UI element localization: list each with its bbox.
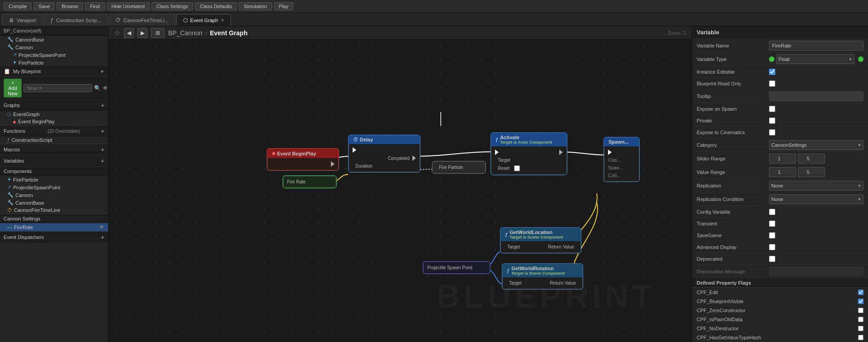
cannon-settings-header[interactable]: Cannon Settings (0, 214, 108, 223)
tree-item-construction-script[interactable]: ƒ ConstructionScript (0, 136, 108, 144)
tree-item-eventgraph[interactable]: ⬡ EventGraph (0, 111, 108, 118)
reset-checkbox[interactable] (514, 165, 520, 171)
blueprint-canvas[interactable]: BLUEPRINT (108, 40, 692, 342)
search-button[interactable]: 🔍 (94, 85, 101, 91)
savegame-row: SaveGame (692, 230, 868, 241)
tree-item-cannonbase-comp[interactable]: 🔧 CannonBase (0, 199, 108, 206)
eye-button[interactable]: 👁 (103, 85, 108, 91)
macros-add-button[interactable]: + (101, 146, 104, 153)
cpf-edit-checkbox[interactable] (858, 290, 863, 295)
macros-section-header[interactable]: Macros + (0, 144, 108, 155)
tab-close-icon[interactable]: ✕ (221, 18, 224, 23)
transient-row: Transient (692, 218, 868, 230)
graphs-section-header[interactable]: Graphs + (0, 100, 108, 111)
blueprint-read-only-checkbox[interactable] (769, 80, 775, 87)
tree-item-cannon-comp[interactable]: 🔧 Cannon (0, 191, 108, 199)
activate-reset-pin: Reset (491, 164, 566, 173)
expose-cinematics-checkbox[interactable] (769, 129, 775, 136)
cpf-zero-constructor-checkbox[interactable] (858, 308, 863, 313)
float-color-dot (769, 56, 774, 62)
get-world-rotation-node[interactable]: ƒ GetWorldRotation Target is Scene Compo… (502, 263, 583, 290)
add-new-button[interactable]: + Add New (4, 79, 22, 98)
cpf-is-plain-old-data-checkbox[interactable] (858, 317, 863, 322)
transient-checkbox[interactable] (769, 220, 775, 227)
tree-item-event-begin-play[interactable]: ◆ Event BeginPlay (0, 118, 108, 125)
cpf-blueprint-visible-checkbox[interactable] (858, 299, 863, 304)
tree-item-projectile-spawn[interactable]: ↗ ProjectileSpawnPoint (0, 51, 108, 59)
cpf-no-destructor-checkbox[interactable] (858, 326, 863, 331)
tab-cannon-fire-timeline[interactable]: ⏱ CannonFireTimeLi... (108, 14, 175, 26)
savegame-checkbox[interactable] (769, 232, 775, 239)
back-button[interactable]: ◀ (124, 28, 134, 38)
tab-event-graph[interactable]: ⬡ Event Graph ✕ (176, 14, 231, 26)
event-dispatchers-header[interactable]: Event Dispatchers + (0, 232, 108, 243)
advanced-display-checkbox[interactable] (769, 244, 775, 250)
get-world-location-node[interactable]: ƒ GetWorldLocation Target is Scene Compo… (500, 227, 581, 253)
slider-range-min[interactable] (769, 154, 796, 164)
gwr-return-label: Return Value (550, 281, 576, 286)
functions-section-header[interactable]: Functions (20 Overridable) + (0, 126, 108, 136)
tree-item-projectile-spawn-comp[interactable]: ↗ ProjectileSpawnPoint (0, 183, 108, 191)
psp-label: Projectile Spawn Point (427, 265, 472, 270)
center-canvas[interactable]: ☆ ◀ ▶ ⊞ BP_Cannon › Event Graph Zoom -2 … (108, 26, 692, 342)
replication-condition-select[interactable]: None InitialOnly OwnerOnly (769, 194, 863, 204)
instance-editable-checkbox[interactable] (769, 69, 775, 75)
tab-construction-script[interactable]: ƒ Construction Scrip... (44, 14, 108, 26)
slider-range-max[interactable] (798, 154, 825, 164)
fire-particle-node[interactable]: Fire Particle (432, 161, 486, 174)
star-button[interactable]: ☆ (114, 28, 120, 37)
config-variable-checkbox[interactable] (769, 209, 775, 215)
category-select[interactable]: CannonSettings Default (769, 140, 863, 150)
simulation-button[interactable]: Simulation (239, 2, 272, 10)
save-button[interactable]: Save (33, 2, 55, 10)
graphs-add-button[interactable]: + (101, 102, 104, 109)
tree-item-cannon[interactable]: 🔧 Cannon (0, 43, 108, 51)
deprecated-checkbox[interactable] (769, 256, 775, 262)
blueprint-read-only-row: Blueprint Read Only (692, 78, 868, 89)
expose-on-spawn-row: Expose on Spawn (692, 103, 868, 115)
play-button[interactable]: Play (274, 2, 293, 10)
variable-type-select[interactable]: Float Boolean Integer String Vector (776, 54, 854, 64)
compile-button[interactable]: Compile (4, 2, 32, 10)
browse-button[interactable]: Browse (57, 2, 83, 10)
find-button[interactable]: Find (85, 2, 104, 10)
spawn-node[interactable]: Spawn... Clas... Spaw... Colli... (604, 137, 640, 182)
event-begin-play-node[interactable]: ◆ Event BeginPlay (267, 148, 339, 171)
tab-viewport[interactable]: 🖥 Viewport (2, 14, 43, 26)
replication-select[interactable]: None Replicated RepNotify (769, 181, 863, 191)
class-defaults-button[interactable]: Class Defaults (195, 2, 237, 10)
value-range-min[interactable] (769, 167, 796, 177)
variable-panel-title: Variable (692, 26, 868, 39)
search-input[interactable] (24, 84, 92, 92)
components-section-header[interactable]: Components (0, 167, 108, 176)
projectile-spawn-point-node[interactable]: Projectile Spawn Point (423, 261, 491, 274)
collapse-icon[interactable]: ▼ (100, 69, 104, 74)
event-dispatchers-add-button[interactable]: + (101, 234, 104, 241)
tree-item-cannonbase[interactable]: 🔧 CannonBase (0, 36, 108, 43)
fire-rate-node[interactable]: Fire Rate (283, 175, 337, 188)
forward-button[interactable]: ▶ (137, 28, 147, 38)
cpf-has-get-value-type-hash-checkbox[interactable] (858, 335, 863, 340)
activate-node[interactable]: ƒ Activate Target is Actor Component Ta (491, 132, 567, 175)
tree-item-firerate[interactable]: — FireRate 👁 (0, 223, 108, 231)
tree-item-cannon-fire-timeline-comp[interactable]: ⏱ CannonFireTimeLine (0, 206, 108, 214)
variables-section-header[interactable]: Variables + (0, 155, 108, 166)
eye-var-icon[interactable]: 👁 (99, 224, 104, 230)
value-range-max[interactable] (798, 167, 825, 177)
variable-name-input[interactable] (769, 41, 863, 51)
functions-add-button[interactable]: + (101, 127, 104, 135)
tooltip-input[interactable] (769, 91, 863, 101)
tree-item-fire-particle[interactable]: ✦ FireParticle (0, 59, 108, 66)
config-variable-label: Config Variable (697, 209, 769, 215)
grid-button[interactable]: ⊞ (151, 28, 165, 38)
class-settings-button[interactable]: Class Settings (151, 2, 193, 10)
deprecation-message-input[interactable] (769, 267, 863, 276)
variables-add-button[interactable]: + (101, 157, 104, 164)
private-checkbox[interactable] (769, 117, 775, 124)
hide-unrelated-button[interactable]: Hide Unrelated (107, 2, 150, 10)
cannon-comp-icon: 🔧 (7, 192, 14, 198)
savegame-value (769, 232, 863, 239)
delay-node[interactable]: ⏱ Delay Completed Duration (348, 135, 420, 173)
expose-on-spawn-checkbox[interactable] (769, 106, 775, 112)
tree-item-fire-particle-comp[interactable]: ✦ FireParticle (0, 176, 108, 183)
